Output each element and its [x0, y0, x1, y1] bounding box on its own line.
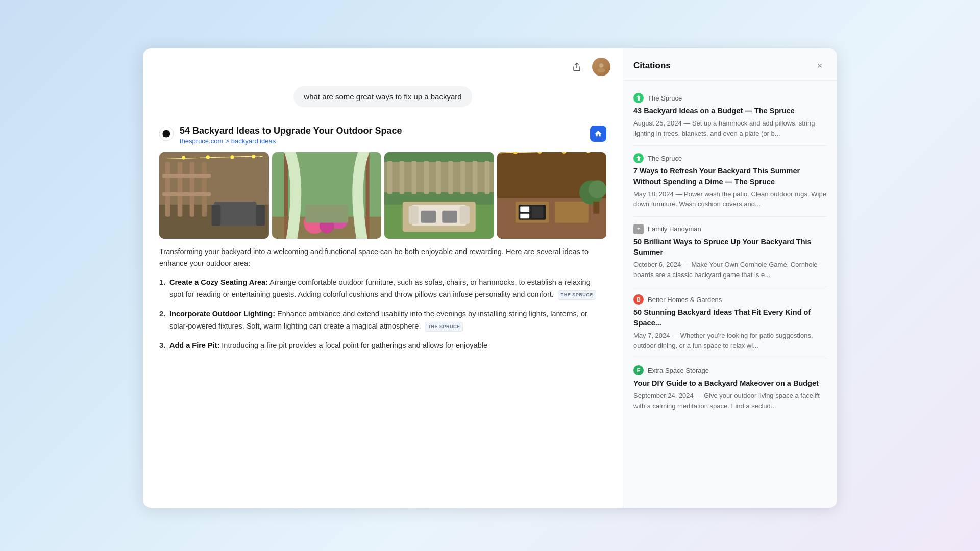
source-favicon-3: fh — [633, 224, 644, 234]
backyard-image-1 — [159, 152, 269, 239]
backyard-image-2 — [272, 152, 382, 239]
citation-source-1: The Spruce — [633, 93, 827, 103]
share-button[interactable] — [568, 58, 586, 76]
svg-point-18 — [230, 155, 234, 159]
citation-item: E Extra Space Storage Your DIY Guide to … — [633, 358, 827, 418]
main-container: what are some great ways to fix up a bac… — [143, 48, 837, 508]
svg-rect-50 — [497, 198, 607, 239]
svg-rect-55 — [520, 214, 529, 219]
result-list: 1. Create a Cozy Seating Area: Arrange c… — [159, 277, 606, 352]
source-name-3: Family Handyman — [648, 225, 701, 233]
result-title-block: 54 Backyard Ideas to Upgrade Your Outdoo… — [180, 126, 584, 145]
top-bar — [143, 48, 623, 81]
svg-rect-28 — [305, 205, 348, 223]
svg-point-16 — [182, 156, 185, 160]
svg-rect-43 — [412, 205, 467, 226]
svg-rect-32 — [387, 161, 393, 194]
source-favicon-5: E — [633, 365, 644, 375]
breadcrumb-separator: > — [225, 137, 229, 145]
citation-snippet-4: May 7, 2024 — Whether you're looking for… — [633, 331, 827, 350]
svg-point-1 — [599, 63, 604, 68]
citations-list: The Spruce 43 Backyard Ideas on a Budget… — [623, 81, 837, 423]
citation-title-3[interactable]: 50 Brilliant Ways to Spruce Up Your Back… — [633, 237, 827, 258]
svg-point-19 — [252, 155, 255, 158]
svg-rect-11 — [162, 192, 211, 196]
citation-title-1[interactable]: 43 Backyard Ideas on a Budget — The Spru… — [633, 106, 827, 116]
citation-item: The Spruce 43 Backyard Ideas on a Budget… — [633, 86, 827, 146]
list-item: 1. Create a Cozy Seating Area: Arrange c… — [159, 277, 606, 301]
result-breadcrumb: thespruce.com > backyard ideas — [180, 137, 584, 145]
svg-point-58 — [588, 180, 606, 198]
svg-rect-14 — [256, 205, 265, 226]
left-panel: what are some great ways to fix up a bac… — [143, 48, 623, 508]
svg-rect-54 — [520, 206, 529, 212]
result-header: 54 Backyard Ideas to Upgrade Your Outdoo… — [159, 126, 606, 145]
svg-rect-23 — [365, 152, 369, 239]
citation-title-2[interactable]: 7 Ways to Refresh Your Backyard This Sum… — [633, 166, 827, 187]
source-favicon-2 — [633, 153, 644, 163]
svg-rect-47 — [442, 211, 457, 223]
result-intro: Transforming your backyard into a welcom… — [159, 246, 606, 269]
list-item: 3. Add a Fire Pit: Introducing a fire pi… — [159, 340, 606, 352]
svg-rect-44 — [409, 206, 419, 224]
avatar — [592, 58, 610, 76]
svg-rect-52 — [555, 202, 589, 223]
result-area: 54 Backyard Ideas to Upgrade Your Outdoo… — [143, 120, 623, 369]
svg-rect-40 — [485, 161, 490, 194]
citation-tag-2: THE SPRUCE — [425, 322, 463, 332]
breadcrumb-page: backyard ideas — [231, 137, 276, 145]
list-body-3: Introducing a fire pit provides a focal … — [222, 341, 487, 349]
backyard-image-3 — [384, 152, 494, 239]
svg-point-17 — [206, 155, 210, 159]
list-num-1: 1. — [159, 277, 165, 289]
citation-source-2: The Spruce — [633, 153, 827, 163]
images-row — [159, 152, 606, 239]
svg-rect-33 — [400, 161, 405, 194]
svg-rect-38 — [460, 161, 465, 194]
svg-rect-46 — [421, 211, 436, 223]
citation-item: fh Family Handyman 50 Brilliant Ways to … — [633, 217, 827, 288]
source-favicon-1 — [633, 93, 644, 103]
home-button[interactable] — [590, 126, 606, 142]
citation-title-5[interactable]: Your DIY Guide to a Backyard Makeover on… — [633, 378, 827, 388]
citation-item: The Spruce 7 Ways to Refresh Your Backya… — [633, 146, 827, 217]
list-num-3: 3. — [159, 340, 165, 352]
backyard-image-4 — [497, 152, 607, 239]
svg-rect-59 — [593, 202, 599, 214]
citation-source-4: B Better Homes & Gardens — [633, 294, 827, 305]
list-item: 2. Incorporate Outdoor Lighting: Enhance… — [159, 308, 606, 333]
svg-rect-9 — [202, 162, 207, 216]
svg-rect-22 — [284, 152, 287, 239]
source-name-1: The Spruce — [648, 94, 682, 102]
list-num-2: 2. — [159, 308, 165, 320]
citation-snippet-1: August 25, 2024 — Set up a hammock and a… — [633, 118, 827, 138]
citations-title: Citations — [633, 61, 671, 71]
svg-rect-13 — [211, 205, 220, 226]
source-name-4: Better Homes & Gardens — [648, 296, 722, 304]
citation-tag-1: THE SPRUCE — [558, 290, 596, 300]
citation-item: B Better Homes & Gardens 50 Stunning Bac… — [633, 287, 827, 358]
citation-source-5: E Extra Space Storage — [633, 365, 827, 375]
citation-title-4[interactable]: 50 Stunning Backyard Ideas That Fit Ever… — [633, 307, 827, 328]
svg-rect-37 — [448, 161, 453, 194]
breadcrumb-site: thespruce.com — [180, 137, 223, 145]
citation-snippet-5: September 24, 2024 — Give your outdoor l… — [633, 391, 827, 411]
citation-snippet-3: October 6, 2024 — Make Your Own Cornhole… — [633, 260, 827, 280]
close-citations-button[interactable]: × — [813, 59, 827, 73]
svg-rect-39 — [473, 161, 478, 194]
svg-rect-36 — [436, 161, 441, 194]
openai-icon — [159, 127, 174, 141]
citation-source-3: fh Family Handyman — [633, 224, 827, 234]
svg-rect-34 — [412, 161, 417, 194]
svg-point-2 — [598, 68, 605, 72]
svg-rect-10 — [162, 174, 211, 178]
list-heading-3: Add a Fire Pit: — [169, 341, 219, 349]
svg-rect-35 — [424, 161, 429, 194]
query-area: what are some great ways to fix up a bac… — [143, 81, 623, 116]
result-title: 54 Backyard Ideas to Upgrade Your Outdoo… — [180, 126, 584, 136]
svg-rect-8 — [190, 162, 195, 216]
list-heading-2: Incorporate Outdoor Lighting: — [169, 310, 275, 318]
citations-panel: Citations × The Spruce 43 Backyard Ideas… — [623, 48, 837, 508]
query-bubble: what are some great ways to fix up a bac… — [293, 86, 472, 107]
svg-rect-7 — [178, 162, 183, 216]
